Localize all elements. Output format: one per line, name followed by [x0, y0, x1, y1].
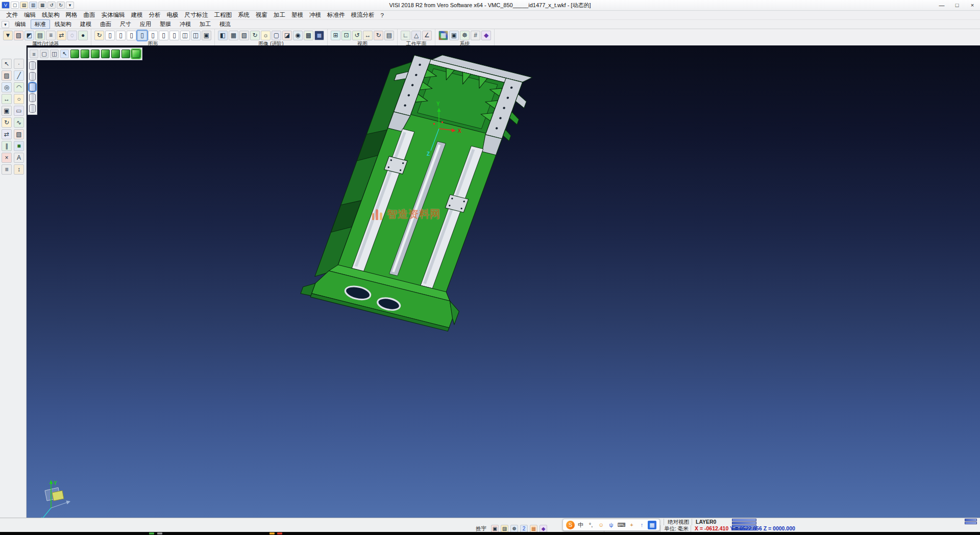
redraw-icon[interactable]: ↻: [94, 31, 104, 40]
tab-建模[interactable]: 建模: [76, 19, 95, 29]
taskbar-app-sliver[interactable]: [149, 532, 154, 534]
layer-slot-4-icon[interactable]: [29, 93, 36, 102]
menu-系统[interactable]: 系统: [235, 11, 253, 19]
ime-voice-icon[interactable]: ψ: [607, 521, 616, 529]
app-logo-icon[interactable]: V: [2, 2, 10, 9]
close-button[interactable]: ×: [965, 0, 980, 10]
help-assistant-icon[interactable]: 2: [520, 525, 528, 532]
system-options-icon[interactable]: ☸: [460, 31, 470, 40]
ime-toolbox-icon[interactable]: +: [627, 521, 636, 529]
status-settings-icon[interactable]: ☸: [510, 525, 518, 532]
workplane-entity-icon[interactable]: ∠: [422, 31, 432, 40]
workplane-view-icon[interactable]: △: [411, 31, 421, 40]
graphics-pair-2-icon[interactable]: ◫: [191, 31, 201, 40]
graphics-board-3-icon[interactable]: ▯: [127, 31, 136, 40]
maximize-button[interactable]: □: [949, 0, 965, 10]
offset-entity-icon[interactable]: ∥: [2, 141, 12, 151]
color-swatch[interactable]: [965, 519, 977, 521]
menu-模流分析[interactable]: 模流分析: [348, 11, 378, 19]
layer-slot-5-icon[interactable]: [29, 104, 36, 113]
menu-编辑[interactable]: 编辑: [21, 11, 39, 19]
properties-icon[interactable]: ≡: [2, 164, 12, 175]
screen-capture-icon[interactable]: ▣: [491, 525, 499, 532]
tab-模流[interactable]: 模流: [215, 19, 235, 29]
view-mode-indicator[interactable]: 绝对视图: [664, 519, 689, 525]
menu-塑模[interactable]: 塑模: [288, 11, 306, 19]
edit-attributes-icon[interactable]: ▨: [14, 31, 23, 40]
ime-panel-icon[interactable]: ▦: [648, 521, 656, 529]
graphics-board-2-icon[interactable]: ▯: [116, 31, 126, 40]
menu-加工[interactable]: 加工: [271, 11, 288, 19]
layer-color-swatches[interactable]: [732, 519, 756, 525]
menu-曲面[interactable]: 曲面: [81, 11, 99, 19]
open-file-icon[interactable]: ▤: [20, 2, 28, 9]
ime-keyboard-icon[interactable]: ⌨: [617, 521, 626, 529]
graphics-board-7-icon[interactable]: ▯: [169, 31, 179, 40]
taskbar-app-sliver[interactable]: [270, 532, 275, 534]
tab-冲模[interactable]: 冲模: [176, 19, 195, 29]
tab-编辑[interactable]: 编辑: [11, 19, 30, 29]
measure-icon[interactable]: ◎: [2, 82, 12, 92]
graphics-settings-icon[interactable]: ▣: [202, 31, 211, 40]
graphics-board-6-icon[interactable]: ▯: [159, 31, 168, 40]
redo-icon[interactable]: ↻: [57, 2, 65, 9]
ime-punctuation-icon[interactable]: °,: [586, 521, 595, 529]
viewport-3d[interactable]: Y X Z Y ≡▢◫↖: [27, 45, 980, 518]
new-file-icon[interactable]: ▢: [11, 2, 19, 9]
color-swatch[interactable]: [732, 522, 756, 524]
taskbar-app-sliver[interactable]: [157, 532, 162, 534]
surface-tool-icon[interactable]: ▧: [14, 129, 24, 139]
shaded-view-icon[interactable]: ◧: [218, 31, 228, 40]
delete-entity-icon[interactable]: ×: [2, 153, 12, 163]
attributes-filter-icon[interactable]: ▼: [3, 31, 13, 40]
graphics-board-1-icon[interactable]: ▯: [105, 31, 115, 40]
taskbar-app-sliver[interactable]: [277, 532, 282, 534]
display-config-icon[interactable]: ▣: [449, 31, 459, 40]
menu-电极[interactable]: 电极: [164, 11, 182, 19]
right-view-icon[interactable]: [101, 50, 110, 58]
graphics-pair-1-icon[interactable]: ◫: [180, 31, 190, 40]
tab-dropdown-icon[interactable]: ▾: [2, 21, 9, 28]
view-list-icon[interactable]: ▤: [384, 31, 394, 40]
menu-标准件[interactable]: 标准件: [324, 11, 348, 19]
ime-emoji-icon[interactable]: ☺: [597, 521, 605, 529]
undo-icon[interactable]: ↺: [47, 2, 56, 9]
pick-view-icon[interactable]: ↖: [60, 50, 69, 58]
texture-view-icon[interactable]: ▩: [304, 31, 313, 40]
menu-建模[interactable]: 建模: [128, 11, 146, 19]
mirror-entity-icon[interactable]: ⇄: [2, 129, 12, 139]
shaded-iso-view-icon[interactable]: [132, 50, 140, 58]
text-tool-icon[interactable]: A: [14, 153, 24, 163]
menu-网格[interactable]: 网格: [63, 11, 81, 19]
menu-线架构[interactable]: 线架构: [39, 11, 63, 19]
wireframe-view-icon[interactable]: ▦: [229, 31, 238, 40]
tab-标准[interactable]: 标准: [31, 19, 50, 29]
circle-tool-icon[interactable]: ○: [14, 94, 24, 104]
select-icon[interactable]: ↖: [2, 59, 12, 69]
top-view-icon[interactable]: [81, 50, 89, 58]
customize-quick-access-icon[interactable]: ▾: [66, 2, 74, 9]
color-swatch-icon[interactable]: ▦: [530, 525, 537, 532]
menu-冲模[interactable]: 冲模: [306, 11, 324, 19]
layer-manager-icon[interactable]: ▤: [35, 31, 45, 40]
tab-曲面[interactable]: 曲面: [96, 19, 115, 29]
zoom-previous-icon[interactable]: ↺: [352, 31, 362, 40]
render-options-icon[interactable]: ◆: [481, 31, 491, 40]
solid-shaded-icon[interactable]: ◼: [314, 31, 324, 40]
active-layer-indicator[interactable]: LAYER0: [692, 519, 716, 525]
save-file-icon[interactable]: ▥: [29, 2, 37, 9]
solid-tool-icon[interactable]: ■: [14, 141, 24, 151]
ime-language-icon[interactable]: 中: [576, 521, 585, 529]
tab-塑膜[interactable]: 塑膜: [156, 19, 175, 29]
rotate-entity-icon[interactable]: ↻: [2, 117, 12, 128]
duplicate-icon[interactable]: ▣: [2, 106, 12, 116]
rectangle-tool-icon[interactable]: ▭: [14, 106, 24, 116]
tab-应用[interactable]: 应用: [136, 19, 155, 29]
hidden-line-view-icon[interactable]: ▧: [239, 31, 249, 40]
layer-slot-1-icon[interactable]: [29, 61, 36, 70]
point-tool-icon[interactable]: ∙: [14, 59, 24, 69]
graphics-board-4-icon[interactable]: ▯: [137, 31, 147, 40]
single-window-icon[interactable]: ▢: [40, 50, 48, 58]
dynamic-view-icon[interactable]: ↻: [250, 31, 260, 40]
material-cube-icon[interactable]: ◆: [540, 525, 547, 532]
